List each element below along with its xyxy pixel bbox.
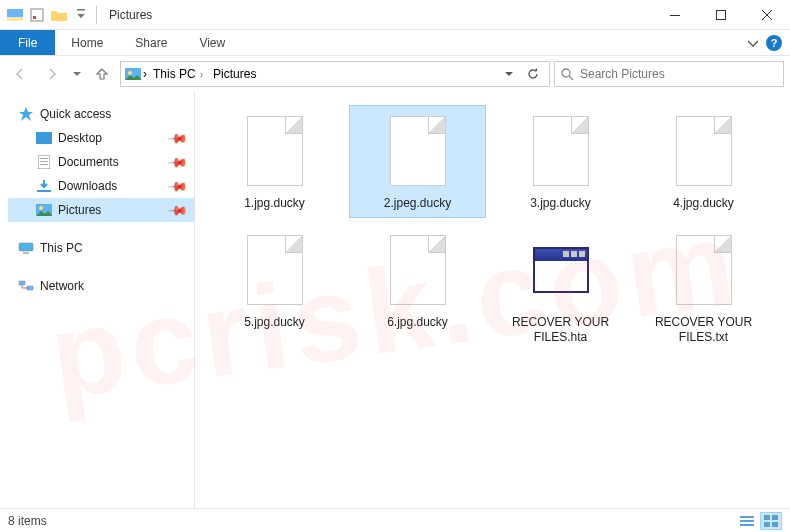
pin-icon: 📌 bbox=[167, 199, 189, 221]
recent-locations-icon[interactable] bbox=[70, 60, 84, 88]
file-name: 6.jpg.ducky bbox=[387, 315, 448, 330]
svg-rect-5 bbox=[670, 15, 680, 16]
pictures-folder-icon bbox=[125, 66, 141, 82]
sidebar-item-pictures[interactable]: Pictures📌 bbox=[8, 198, 194, 222]
pictures-icon bbox=[36, 202, 52, 218]
svg-rect-15 bbox=[37, 190, 51, 192]
svg-rect-4 bbox=[77, 9, 85, 11]
hta-icon bbox=[533, 247, 589, 293]
svg-rect-27 bbox=[764, 522, 770, 527]
svg-rect-20 bbox=[19, 281, 25, 285]
file-icon bbox=[676, 116, 732, 186]
file-item[interactable]: 1.jpg.ducky bbox=[207, 106, 342, 217]
help-icon[interactable]: ? bbox=[766, 35, 782, 51]
file-icon bbox=[533, 116, 589, 186]
sidebar-item-downloads[interactable]: Downloads📌 bbox=[8, 174, 194, 198]
sidebar-item-label: Desktop bbox=[58, 131, 102, 145]
file-item[interactable]: 3.jpg.ducky bbox=[493, 106, 628, 217]
tab-home[interactable]: Home bbox=[55, 30, 119, 55]
svg-rect-1 bbox=[7, 17, 23, 21]
forward-button[interactable] bbox=[38, 60, 66, 88]
new-folder-icon[interactable] bbox=[50, 6, 68, 24]
tab-share[interactable]: Share bbox=[119, 30, 183, 55]
file-icon bbox=[247, 235, 303, 305]
svg-rect-25 bbox=[764, 515, 770, 520]
svg-rect-28 bbox=[772, 522, 778, 527]
svg-rect-19 bbox=[23, 252, 29, 254]
breadcrumb[interactable]: › This PC› Pictures bbox=[120, 61, 550, 87]
up-button[interactable] bbox=[88, 60, 116, 88]
file-item[interactable]: 6.jpg.ducky bbox=[350, 225, 485, 351]
file-name: 3.jpg.ducky bbox=[530, 196, 591, 211]
file-item[interactable]: RECOVER YOUR FILES.txt bbox=[636, 225, 771, 351]
file-item[interactable]: 4.jpg.ducky bbox=[636, 106, 771, 217]
file-name: RECOVER YOUR FILES.txt bbox=[644, 315, 764, 345]
search-icon bbox=[561, 68, 574, 81]
star-icon bbox=[18, 106, 34, 122]
file-item[interactable]: 2.jpeg.ducky bbox=[350, 106, 485, 217]
back-button[interactable] bbox=[6, 60, 34, 88]
tab-view[interactable]: View bbox=[183, 30, 241, 55]
search-box[interactable] bbox=[554, 61, 784, 87]
svg-point-9 bbox=[562, 69, 570, 77]
quick-access-header[interactable]: Quick access bbox=[8, 102, 194, 126]
separator bbox=[96, 6, 97, 24]
downloads-icon bbox=[36, 178, 52, 194]
explorer-icon bbox=[6, 6, 24, 24]
file-list[interactable]: 1.jpg.ducky2.jpeg.ducky3.jpg.ducky4.jpg.… bbox=[195, 92, 790, 508]
addressbar: › This PC› Pictures bbox=[0, 56, 790, 92]
svg-rect-18 bbox=[19, 243, 33, 251]
titlebar: Pictures bbox=[0, 0, 790, 30]
sidebar-item-label: Documents bbox=[58, 155, 119, 169]
thumbnails-view-button[interactable] bbox=[760, 512, 782, 530]
file-icon bbox=[390, 116, 446, 186]
svg-rect-10 bbox=[36, 132, 52, 144]
window-title: Pictures bbox=[109, 8, 152, 22]
chevron-right-icon[interactable]: › bbox=[143, 67, 147, 81]
network-header[interactable]: Network bbox=[8, 274, 194, 298]
history-dropdown-icon[interactable] bbox=[497, 62, 521, 86]
svg-point-17 bbox=[39, 206, 43, 210]
documents-icon bbox=[36, 154, 52, 170]
file-tab[interactable]: File bbox=[0, 30, 55, 55]
close-button[interactable] bbox=[744, 0, 790, 30]
navigation-pane: Quick access Desktop📌Documents📌Downloads… bbox=[0, 92, 195, 508]
quick-access-toolbar bbox=[0, 6, 90, 24]
item-count: 8 items bbox=[8, 514, 47, 528]
file-icon bbox=[390, 235, 446, 305]
svg-rect-26 bbox=[772, 515, 778, 520]
sidebar-item-label: Downloads bbox=[58, 179, 117, 193]
svg-rect-6 bbox=[717, 10, 726, 19]
svg-rect-12 bbox=[40, 158, 48, 159]
file-name: 4.jpg.ducky bbox=[673, 196, 734, 211]
svg-rect-13 bbox=[40, 161, 48, 162]
file-item[interactable]: RECOVER YOUR FILES.hta bbox=[493, 225, 628, 351]
file-item[interactable]: 5.jpg.ducky bbox=[207, 225, 342, 351]
details-view-button[interactable] bbox=[736, 512, 758, 530]
file-icon bbox=[247, 116, 303, 186]
qat-dropdown-icon[interactable] bbox=[72, 6, 90, 24]
desktop-icon bbox=[36, 130, 52, 146]
search-input[interactable] bbox=[580, 67, 777, 81]
refresh-icon[interactable] bbox=[521, 62, 545, 86]
sidebar-item-desktop[interactable]: Desktop📌 bbox=[8, 126, 194, 150]
maximize-button[interactable] bbox=[698, 0, 744, 30]
minimize-button[interactable] bbox=[652, 0, 698, 30]
ribbon: File Home Share View ? bbox=[0, 30, 790, 56]
this-pc-header[interactable]: This PC bbox=[8, 236, 194, 260]
svg-rect-14 bbox=[40, 164, 48, 165]
crumb-pictures[interactable]: Pictures bbox=[209, 67, 260, 81]
sidebar-item-documents[interactable]: Documents📌 bbox=[8, 150, 194, 174]
file-name: 5.jpg.ducky bbox=[244, 315, 305, 330]
file-icon bbox=[676, 235, 732, 305]
expand-ribbon-icon[interactable] bbox=[748, 38, 758, 48]
file-name: RECOVER YOUR FILES.hta bbox=[501, 315, 621, 345]
window-controls bbox=[652, 0, 790, 30]
crumb-this-pc[interactable]: This PC› bbox=[149, 67, 207, 81]
svg-rect-22 bbox=[740, 516, 754, 518]
properties-icon[interactable] bbox=[28, 6, 46, 24]
svg-rect-2 bbox=[31, 9, 43, 21]
svg-point-8 bbox=[128, 71, 132, 75]
network-icon bbox=[18, 278, 34, 294]
pin-icon: 📌 bbox=[167, 127, 189, 149]
